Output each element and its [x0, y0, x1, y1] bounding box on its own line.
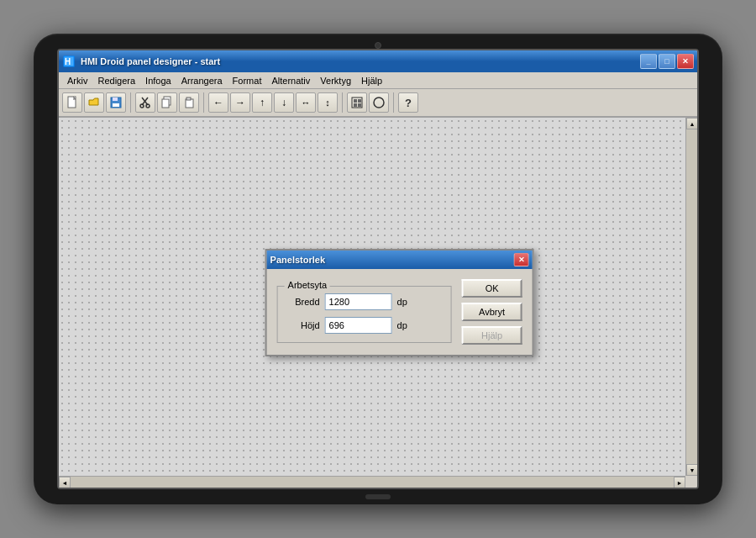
toolbar-copy[interactable] [157, 92, 177, 113]
dialog-title: Panelstorlek [270, 255, 514, 265]
toolbar-sep-1 [130, 92, 131, 113]
window-title: HMI Droid panel designer - start [81, 56, 640, 66]
main-content: ▲ ▼ ◄ ► Panelstorlek ✕ [59, 118, 697, 488]
toolbar-save[interactable] [106, 92, 126, 113]
menu-infoga[interactable]: Infoga [140, 74, 176, 87]
tablet-device: H HMI Droid panel designer - start _ □ ✕… [34, 34, 722, 504]
svg-rect-5 [113, 103, 119, 107]
svg-point-19 [374, 98, 384, 108]
menu-hjälp[interactable]: Hjälp [356, 74, 387, 87]
minimize-button[interactable]: _ [640, 54, 657, 69]
screen: H HMI Droid panel designer - start _ □ ✕… [57, 49, 699, 489]
toolbar-align-left[interactable]: ← [208, 92, 228, 113]
scroll-down-button[interactable]: ▼ [686, 464, 697, 476]
toolbar-align-down[interactable]: ↓ [274, 92, 294, 113]
groupbox-arbetsyta: Arbetsyta Bredd dp Höjd dp [277, 286, 452, 343]
toolbar-sep-4 [393, 92, 394, 113]
toolbar-object[interactable] [347, 92, 367, 113]
main-window: H HMI Droid panel designer - start _ □ ✕… [59, 50, 697, 488]
unit-höjd: dp [397, 320, 407, 330]
svg-rect-16 [358, 99, 361, 103]
menu-format[interactable]: Format [228, 74, 267, 87]
tablet-camera [375, 42, 381, 49]
svg-rect-15 [354, 99, 357, 103]
menu-arkiv[interactable]: Arkiv [62, 74, 92, 87]
svg-rect-4 [113, 98, 118, 101]
dialog-form: Arbetsyta Bredd dp Höjd dp [277, 279, 452, 345]
window-icon: H [62, 55, 76, 68]
tablet-home-button[interactable] [365, 494, 391, 499]
toolbar-align-h[interactable]: ↔ [296, 92, 316, 113]
svg-text:H: H [65, 57, 71, 66]
svg-rect-17 [354, 103, 357, 107]
scroll-track-horizontal[interactable] [71, 477, 674, 488]
label-höjd: Höjd [286, 320, 320, 330]
toolbar-open[interactable] [84, 92, 104, 113]
scrollbar-horizontal[interactable]: ◄ ► [59, 476, 685, 488]
toolbar-help[interactable]: ? [398, 92, 418, 113]
unit-bredd: dp [397, 297, 407, 307]
close-button[interactable]: ✕ [677, 54, 694, 69]
scrollbar-vertical[interactable]: ▲ ▼ [685, 118, 697, 476]
toolbar-sep-3 [342, 92, 343, 113]
avbryt-button[interactable]: Avbryt [462, 303, 522, 321]
scroll-track-vertical[interactable] [686, 129, 697, 464]
toolbar-align-right[interactable]: → [230, 92, 250, 113]
label-bredd: Bredd [286, 297, 320, 307]
toolbar: ← → ↑ ↓ ↔ ↕ ? [59, 89, 697, 118]
toolbar-align-up[interactable]: ↑ [252, 92, 272, 113]
dialog-content: Arbetsyta Bredd dp Höjd dp [267, 269, 533, 355]
menu-alternativ[interactable]: Alternativ [266, 74, 315, 87]
dialog-buttons: OK Avbryt Hjälp [462, 279, 522, 345]
toolbar-align-v[interactable]: ↕ [318, 92, 338, 113]
window-controls: _ □ ✕ [640, 54, 694, 69]
svg-point-9 [146, 104, 150, 108]
toolbar-circle[interactable] [369, 92, 389, 113]
toolbar-cut[interactable] [135, 92, 155, 113]
form-row-höjd: Höjd dp [286, 317, 443, 334]
svg-point-8 [140, 104, 144, 108]
scroll-left-button[interactable]: ◄ [59, 477, 71, 488]
dialog-panelstorlek: Panelstorlek ✕ Arbetsyta Bredd dp [265, 249, 534, 356]
maximize-button[interactable]: □ [659, 54, 675, 69]
toolbar-sep-2 [203, 92, 204, 113]
groupbox-label: Arbetsyta [285, 280, 330, 290]
scrollbar-corner [685, 476, 697, 488]
menu-redigera[interactable]: Redigera [92, 74, 140, 87]
svg-rect-18 [358, 103, 361, 107]
title-bar: H HMI Droid panel designer - start _ □ ✕ [59, 50, 697, 72]
toolbar-new[interactable] [62, 92, 82, 113]
input-höjd[interactable] [325, 317, 392, 334]
svg-rect-13 [186, 98, 191, 100]
menu-bar: Arkiv Redigera Infoga Arrangera Format A… [59, 72, 697, 89]
ok-button[interactable]: OK [462, 279, 522, 298]
menu-arrangera[interactable]: Arrangera [176, 74, 228, 87]
dialog-close-button[interactable]: ✕ [514, 253, 529, 266]
toolbar-paste[interactable] [179, 92, 199, 113]
scroll-right-button[interactable]: ► [674, 477, 685, 488]
input-bredd[interactable] [325, 293, 392, 310]
dialog-title-bar: Panelstorlek ✕ [267, 251, 533, 269]
form-row-bredd: Bredd dp [286, 293, 443, 310]
svg-rect-11 [162, 99, 169, 108]
scroll-up-button[interactable]: ▲ [686, 118, 697, 129]
hjälp-button[interactable]: Hjälp [462, 326, 522, 345]
menu-verktyg[interactable]: Verktyg [315, 74, 356, 87]
